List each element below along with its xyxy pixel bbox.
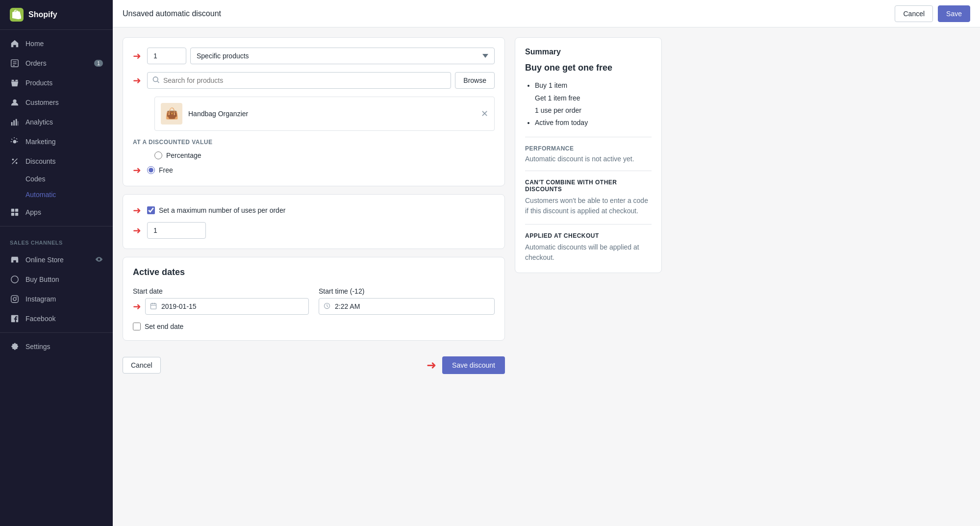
facebook-icon (10, 314, 20, 324)
applied-section: APPLIED AT CHECKOUT Automatic discounts … (525, 232, 652, 263)
active-dates-title: Active dates (133, 267, 495, 277)
save-discount-button[interactable]: Save discount (442, 356, 505, 374)
shopify-name: Shopify (28, 10, 57, 19)
svg-rect-13 (15, 209, 18, 212)
sidebar-sub-item-codes[interactable]: Codes (0, 171, 113, 187)
sidebar-label-orders: Orders (25, 59, 47, 67)
browse-button[interactable]: Browse (455, 72, 495, 89)
svg-point-9 (12, 159, 14, 161)
product-thumbnail: 👜 (161, 103, 182, 125)
search-input[interactable] (147, 72, 451, 89)
cant-combine-title: CAN'T COMBINE WITH OTHER DISCOUNTS (525, 179, 652, 193)
max-uses-checkbox[interactable] (147, 206, 155, 214)
summary-sidebar: Summary Buy one get one free Buy 1 item … (515, 37, 662, 516)
discount-type-group: Percentage ➜ Free (133, 151, 495, 176)
sidebar-item-products[interactable]: Products (0, 73, 113, 93)
save-button[interactable]: Save (938, 5, 970, 22)
svg-rect-15 (15, 213, 18, 216)
marketing-icon (10, 137, 20, 147)
orders-icon (10, 58, 20, 68)
arrow-6: ➜ (133, 301, 141, 312)
arrow-7: ➜ (427, 358, 436, 372)
cant-combine-section: CAN'T COMBINE WITH OTHER DISCOUNTS Custo… (525, 179, 652, 216)
sidebar-sub-item-automatic[interactable]: Automatic (0, 187, 113, 202)
performance-label: PERFORMANCE (525, 145, 652, 152)
sidebar-label-discounts: Discounts (25, 157, 55, 165)
cancel-button[interactable]: Cancel (895, 5, 933, 22)
apps-icon (10, 207, 20, 217)
svg-point-17 (11, 276, 18, 283)
arrow-3: ➜ (133, 164, 141, 176)
sidebar-item-customers[interactable]: Customers (0, 93, 113, 112)
svg-rect-7 (16, 119, 17, 126)
summary-bullet-1-text: Buy 1 item Get 1 item free 1 use per ord… (535, 81, 581, 114)
summary-bullet-4: Active from today (535, 117, 652, 129)
sidebar-label-products: Products (25, 79, 52, 87)
sidebar-item-settings[interactable]: Settings (0, 337, 113, 356)
add-channel-icon[interactable] (95, 238, 103, 247)
arrow-5: ➜ (133, 225, 141, 236)
end-date-checkbox-label[interactable]: Set end date (133, 323, 495, 330)
sidebar-item-online-store[interactable]: Online Store (0, 250, 113, 270)
sidebar-item-instagram[interactable]: Instagram (0, 289, 113, 309)
start-time-input[interactable] (319, 298, 495, 315)
radio-free[interactable]: Free (147, 166, 173, 174)
sidebar-item-orders[interactable]: Orders 1 (0, 53, 113, 73)
bottom-actions: Cancel ➜ Save discount (123, 349, 505, 382)
start-date-input[interactable] (145, 298, 309, 315)
start-time-label: Start time (-12) (319, 287, 495, 295)
svg-rect-8 (18, 121, 18, 125)
percentage-label: Percentage (166, 151, 201, 159)
sidebar-label-instagram: Instagram (25, 295, 56, 303)
svg-rect-18 (11, 296, 18, 302)
home-icon (10, 39, 20, 49)
start-date-group: Start date ➜ (133, 287, 309, 315)
sidebar-label-apps: Apps (25, 208, 41, 216)
sales-channels-label: SALES CHANNELS (10, 240, 63, 246)
shopify-logo-icon (10, 8, 24, 22)
cancel-bottom-button[interactable]: Cancel (123, 357, 161, 374)
max-uses-input[interactable] (147, 222, 206, 239)
svg-rect-22 (151, 303, 156, 309)
sidebar-item-buy-button[interactable]: Buy Button (0, 270, 113, 289)
search-icon (152, 76, 160, 85)
main-content: ➜ Specific products All products Specifi… (123, 37, 505, 516)
buy-icon (10, 275, 20, 284)
sidebar-item-facebook[interactable]: Facebook (0, 309, 113, 328)
sidebar-item-analytics[interactable]: Analytics (0, 112, 113, 132)
product-type-select[interactable]: Specific products All products Specific … (190, 48, 495, 64)
sidebar-item-discounts[interactable]: Discounts (0, 151, 113, 171)
eye-icon[interactable] (95, 255, 103, 265)
sidebar-label-online-store: Online Store (25, 256, 64, 264)
content-area: ➜ Specific products All products Specifi… (113, 27, 980, 526)
arrow-4: ➜ (133, 204, 141, 216)
free-radio[interactable] (147, 166, 155, 174)
clock-icon (324, 302, 330, 311)
performance-text: Automatic discount is not active yet. (525, 155, 652, 163)
sidebar-label-buy-button: Buy Button (25, 276, 59, 283)
quantity-input[interactable] (147, 48, 186, 64)
remove-product-button[interactable]: ✕ (481, 109, 488, 118)
svg-rect-12 (11, 209, 14, 212)
top-bar: Unsaved automatic discount Cancel Save (113, 0, 980, 27)
set-end-date-checkbox[interactable] (133, 323, 141, 330)
products-icon (10, 78, 20, 88)
sidebar-sub-label-codes: Codes (25, 175, 45, 183)
radio-percentage[interactable]: Percentage (154, 151, 201, 159)
sidebar-item-marketing[interactable]: Marketing (0, 132, 113, 151)
sidebar-item-home[interactable]: Home (0, 34, 113, 53)
sidebar-label-analytics: Analytics (25, 118, 53, 126)
svg-point-10 (16, 162, 18, 164)
max-uses-label: Set a maximum number of uses per order (159, 206, 285, 214)
applied-text: Automatic discounts will be applied at c… (525, 242, 652, 263)
svg-point-19 (13, 298, 16, 301)
analytics-icon (10, 117, 20, 127)
sidebar-item-apps[interactable]: Apps (0, 202, 113, 222)
start-date-label: Start date (133, 287, 309, 295)
percentage-radio[interactable] (154, 151, 162, 159)
max-uses-checkbox-label[interactable]: Set a maximum number of uses per order (147, 206, 285, 214)
svg-rect-5 (11, 122, 13, 125)
svg-point-16 (98, 258, 101, 260)
instagram-icon (10, 294, 20, 304)
sidebar-label-settings: Settings (25, 343, 50, 351)
